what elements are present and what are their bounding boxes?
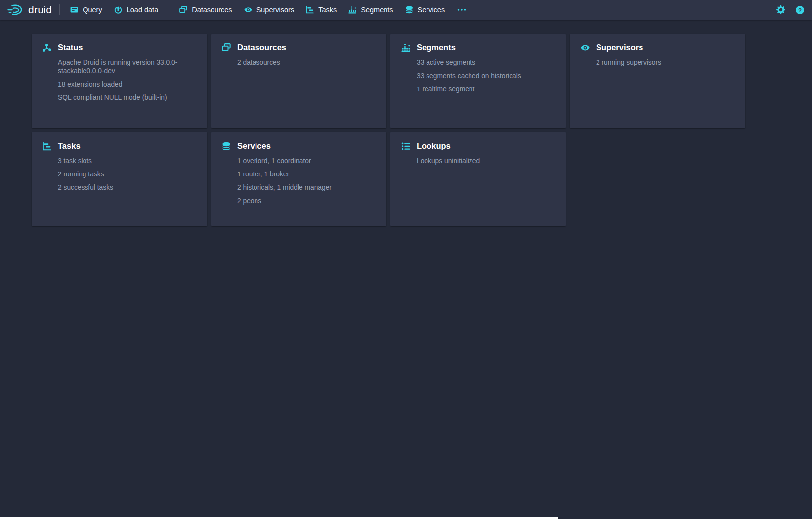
card-header: Lookups — [401, 141, 555, 151]
card-stat-line: 2 running tasks — [58, 170, 196, 178]
multi-select-icon — [179, 6, 187, 14]
card-stat-line: 1 overlord, 1 coordinator — [237, 157, 376, 165]
card-body: Apache Druid is running version 33.0.0-s… — [58, 58, 196, 102]
druid-logo-icon — [6, 3, 25, 17]
help-icon: ? — [795, 5, 805, 15]
card-title: Tasks — [58, 141, 81, 151]
properties-icon — [401, 142, 410, 151]
nav-item-supervisors[interactable]: Supervisors — [238, 0, 300, 20]
card-body: 2 datasources — [237, 58, 376, 67]
settings-button[interactable] — [773, 2, 788, 17]
card-stat-line: 33 segments cached on historicals — [417, 72, 555, 80]
card-stat-line: 3 task slots — [58, 157, 196, 165]
nav-item-segments[interactable]: Segments — [342, 0, 399, 20]
eye-icon — [244, 6, 252, 14]
card-stat-line: 33 active segments — [417, 58, 555, 67]
nav-item-load-data[interactable]: Load data — [108, 0, 165, 20]
card-stat-line: Apache Druid is running version 33.0.0-s… — [58, 58, 196, 75]
card-body: 1 overlord, 1 coordinator1 router, 1 bro… — [237, 157, 376, 205]
navbar-more-button[interactable] — [451, 0, 472, 20]
gantt-chart-icon — [43, 142, 51, 151]
eye-icon — [581, 43, 590, 52]
card-segments[interactable]: Segments33 active segments33 segments ca… — [390, 34, 566, 128]
nav-item-label: Datasources — [192, 6, 232, 14]
nav-item-label: Supervisors — [256, 6, 295, 14]
more-icon — [457, 6, 467, 14]
navbar-secondary-group: DatasourcesSupervisorsTasksSegmentsServi… — [173, 0, 451, 20]
card-tasks[interactable]: Tasks3 task slots2 running tasks2 succes… — [32, 132, 207, 226]
nav-item-label: Tasks — [318, 6, 337, 14]
card-header: Datasources — [222, 43, 376, 53]
graph-icon — [43, 43, 51, 52]
navbar-divider — [59, 4, 60, 15]
card-body: Lookups uninitialized — [417, 157, 555, 165]
nav-item-label: Load data — [127, 6, 159, 14]
gear-icon — [776, 5, 785, 14]
stacked-chart-icon — [348, 6, 356, 14]
card-stat-line: SQL compliant NULL mode (built-in) — [58, 93, 196, 102]
card-stat-line: 18 extensions loaded — [58, 80, 196, 88]
card-title: Datasources — [237, 43, 286, 53]
card-title: Services — [237, 141, 271, 151]
card-body: 33 active segments33 segments cached on … — [417, 58, 555, 93]
nav-item-tasks[interactable]: Tasks — [300, 0, 342, 20]
card-title: Status — [58, 43, 83, 53]
svg-text:?: ? — [798, 6, 801, 13]
card-title: Lookups — [417, 141, 451, 151]
card-header: Segments — [401, 43, 555, 53]
nav-item-services[interactable]: Services — [399, 0, 451, 20]
card-stat-line: Lookups uninitialized — [417, 157, 555, 165]
home-cards-grid: StatusApache Druid is running version 33… — [32, 34, 749, 226]
nav-item-query[interactable]: Query — [64, 0, 108, 20]
card-services[interactable]: Services1 overlord, 1 coordinator1 route… — [211, 132, 386, 226]
stacked-chart-icon — [401, 43, 410, 52]
upload-icon — [114, 6, 122, 14]
card-body: 2 running supervisors — [596, 58, 734, 67]
card-header: Tasks — [43, 141, 196, 151]
nav-item-label: Services — [418, 6, 445, 14]
card-body: 3 task slots2 running tasks2 successful … — [58, 157, 196, 192]
card-header: Supervisors — [581, 43, 734, 53]
nav-item-label: Query — [83, 6, 102, 14]
card-status[interactable]: StatusApache Druid is running version 33… — [32, 34, 207, 128]
card-stat-line: 2 datasources — [237, 58, 376, 67]
card-header: Status — [43, 43, 196, 53]
application-icon — [70, 6, 78, 14]
card-title: Supervisors — [596, 43, 643, 53]
card-stat-line: 2 running supervisors — [596, 58, 734, 67]
druid-logo[interactable]: druid — [3, 3, 55, 17]
card-header: Services — [222, 141, 376, 151]
card-stat-line: 1 realtime segment — [417, 85, 555, 93]
card-stat-line: 2 peons — [237, 197, 376, 205]
navbar-primary-group: QueryLoad data — [64, 0, 164, 20]
navbar-right-group: ? — [773, 2, 807, 17]
bottom-page-edge — [0, 517, 558, 519]
card-stat-line: 2 successful tasks — [58, 183, 196, 192]
card-stat-line: 1 router, 1 broker — [237, 170, 376, 178]
database-icon — [222, 142, 231, 151]
nav-item-label: Segments — [361, 6, 393, 14]
card-supervisors[interactable]: Supervisors2 running supervisors — [570, 34, 745, 128]
gantt-chart-icon — [306, 6, 314, 14]
card-stat-line: 2 historicals, 1 middle manager — [237, 183, 376, 192]
top-navbar: druid QueryLoad data DatasourcesSupervis… — [0, 0, 812, 20]
card-title: Segments — [417, 43, 456, 53]
help-button[interactable]: ? — [792, 2, 807, 17]
multi-select-icon — [222, 43, 231, 52]
card-datasources[interactable]: Datasources2 datasources — [211, 34, 386, 128]
nav-item-datasources[interactable]: Datasources — [173, 0, 238, 20]
database-icon — [405, 6, 413, 14]
druid-logo-text: druid — [28, 4, 52, 16]
navbar-divider — [169, 4, 169, 15]
card-lookups[interactable]: LookupsLookups uninitialized — [390, 132, 566, 226]
